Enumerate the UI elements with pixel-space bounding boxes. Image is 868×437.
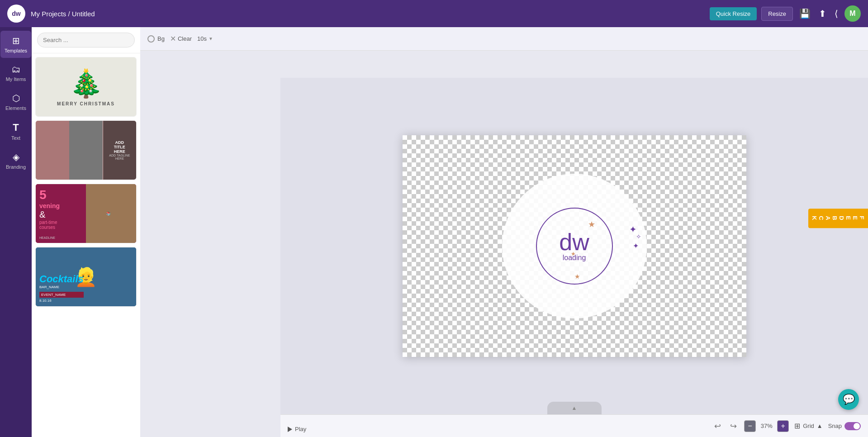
star-6: ✦: [633, 242, 639, 250]
christmas-tree-icon: 🎄: [69, 67, 103, 100]
avatar[interactable]: M: [844, 5, 861, 22]
clear-label: Clear: [178, 35, 192, 42]
logo-text: dw: [12, 10, 20, 17]
header-actions: Quick Resize Resize 💾 ⬆ ⟨ M: [710, 5, 861, 22]
canvas-area: ★ ★ ★ ✦ ✧ ✦ dw loading ▲: [280, 78, 868, 414]
app-logo[interactable]: dw: [7, 5, 25, 23]
dw-loading-logo: dw loading: [529, 201, 620, 291]
icon-nav: ⊞ Templates 🗂 My Items ⬡ Elements T Text…: [0, 27, 32, 437]
play-label: Play: [295, 426, 306, 432]
loading-overlay: ★ ★ ★ ✦ ✧ ✦ dw loading: [403, 135, 746, 357]
star-5: ✧: [636, 233, 641, 240]
template-card-evening[interactable]: 5 vening & part-time courses 📚 HEADLINE: [35, 184, 137, 243]
snap-label: Snap: [828, 423, 842, 429]
zoom-in-button[interactable]: +: [777, 420, 789, 432]
template-preview-evening: 5 vening & part-time courses 📚 HEADLINE: [36, 184, 136, 243]
bg-label: Bg: [157, 35, 165, 42]
sidebar-item-templates[interactable]: ⊞ Templates: [0, 31, 31, 58]
sidebar-item-text[interactable]: T Text: [0, 117, 31, 145]
upload-button[interactable]: ⬆: [817, 6, 828, 21]
sidebar-item-branding[interactable]: ◈ Branding: [0, 147, 31, 174]
canvas-container: ★ ★ ★ ✦ ✧ ✦ dw loading: [403, 135, 746, 357]
clear-x-icon: ✕: [170, 34, 176, 43]
share-button[interactable]: ⟨: [833, 6, 840, 21]
snap-toggle[interactable]: [844, 422, 861, 430]
templates-grid: 🎄 MERRY CHRISTMAS ADDTITLEHERE ADD TAGLI…: [32, 53, 140, 437]
sidebar-item-my-items[interactable]: 🗂 My Items: [0, 60, 31, 86]
snap-control: Snap: [828, 422, 861, 430]
fitness-add-title: ADDTITLEHERE: [114, 140, 125, 154]
branding-label: Branding: [6, 164, 26, 170]
feedback-tab[interactable]: FEEDBACK: [808, 209, 868, 228]
grid-control[interactable]: ⊞ Grid ▲: [794, 422, 822, 430]
time-dropdown-icon: ▼: [209, 36, 213, 41]
grid-arrow-icon: ▲: [817, 423, 823, 429]
branding-icon: ◈: [13, 152, 19, 162]
canvas-loading-text: loading: [563, 254, 586, 262]
time-label: 10s: [197, 35, 207, 42]
play-button[interactable]: Play: [288, 426, 306, 432]
cocktails-title: Cocktails: [39, 274, 84, 284]
play-icon: [288, 427, 292, 432]
project-title: My Projects / Untitled: [31, 10, 704, 18]
bg-radio-circle: [147, 35, 155, 43]
my-items-label: My Items: [6, 76, 26, 82]
chat-icon: 💬: [843, 394, 855, 405]
dw-logo-text: dw: [559, 230, 589, 254]
elements-icon: ⬡: [12, 93, 20, 104]
resize-button[interactable]: Resize: [761, 7, 793, 21]
elements-label: Elements: [5, 105, 26, 111]
templates-icon: ⊞: [12, 35, 20, 46]
sidebar-item-elements[interactable]: ⬡ Elements: [0, 88, 31, 115]
dw-circle: dw loading: [536, 208, 613, 285]
template-preview-cocktails: 👱 Cocktails BAR_NAME EVENT_NAME 8.10.16: [36, 247, 136, 306]
text-label: Text: [11, 135, 20, 141]
grid-label: Grid: [803, 423, 814, 429]
fitness-img-2: [69, 121, 103, 180]
template-card-fitness[interactable]: ADDTITLEHERE ADD TAGLINE HERE: [35, 120, 137, 180]
chat-button[interactable]: 💬: [838, 389, 859, 410]
grid-icon: ⊞: [794, 422, 800, 430]
search-input[interactable]: [37, 33, 135, 48]
template-card-cocktails[interactable]: 👱 Cocktails BAR_NAME EVENT_NAME 8.10.16: [35, 247, 137, 307]
search-area: [32, 27, 140, 53]
evening-img: 📚: [81, 184, 136, 243]
my-items-icon: 🗂: [11, 64, 20, 75]
scroll-down-btn[interactable]: ▲: [547, 402, 602, 414]
template-card-christmas[interactable]: 🎄 MERRY CHRISTMAS: [35, 57, 137, 117]
templates-panel: 🎄 MERRY CHRISTMAS ADDTITLEHERE ADD TAGLI…: [32, 27, 140, 437]
christmas-text: MERRY CHRISTMAS: [57, 101, 115, 106]
header: dw My Projects / Untitled Quick Resize R…: [0, 0, 868, 27]
bg-radio[interactable]: Bg: [147, 35, 165, 43]
zoom-out-button[interactable]: −: [744, 420, 756, 432]
clear-button[interactable]: ✕ Clear: [170, 34, 192, 43]
app-body: ⊞ Templates 🗂 My Items ⬡ Elements T Text…: [0, 27, 868, 437]
zoom-controls: − 37% +: [744, 420, 789, 432]
text-icon: T: [13, 122, 19, 133]
template-preview-fitness: ADDTITLEHERE ADD TAGLINE HERE: [36, 121, 136, 180]
save-button[interactable]: 💾: [797, 6, 812, 21]
main-area: Bg ✕ Clear 10s ▼ ★ ★: [140, 27, 868, 437]
undo-button[interactable]: ↩: [712, 419, 723, 433]
redo-button[interactable]: ↪: [728, 419, 739, 433]
time-control[interactable]: 10s ▼: [197, 35, 213, 42]
fitness-tagline: ADD TAGLINE HERE: [105, 154, 134, 160]
fitness-overlay: ADDTITLEHERE ADD TAGLINE HERE: [103, 121, 136, 180]
template-preview-christmas: 🎄 MERRY CHRISTMAS: [36, 57, 136, 116]
toolbar: Bg ✕ Clear 10s ▼: [140, 27, 868, 51]
snap-toggle-knob: [854, 423, 860, 429]
quick-resize-button[interactable]: Quick Resize: [710, 7, 757, 20]
templates-label: Templates: [5, 48, 27, 53]
fitness-img-1: [36, 121, 69, 180]
status-bar: Play ↩ ↪ − 37% + ⊞ Grid ▲ Snap: [280, 414, 868, 437]
zoom-level: 37%: [759, 423, 774, 429]
feedback-label: FEEDBACK: [811, 216, 865, 221]
